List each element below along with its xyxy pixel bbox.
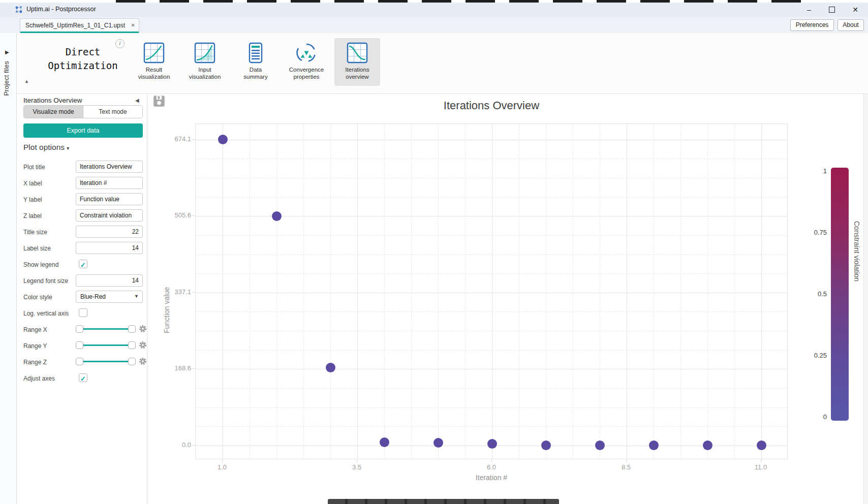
chart-title: Iterations Overview [195, 99, 788, 112]
grid-line-x-minor [384, 124, 385, 459]
option-label: Title size [23, 229, 47, 236]
mode-toggle-text-mode[interactable]: Text mode [83, 106, 142, 118]
preferences-button[interactable]: Preferences [790, 19, 834, 31]
vertical-scrollbar[interactable] [863, 94, 868, 504]
x-tick-mark [761, 459, 761, 462]
sidebar-header: Iterations Overview [23, 97, 82, 104]
result-visualization-icon [131, 42, 177, 65]
grid-line-x-minor [734, 124, 735, 459]
toolbar-button-convergence-properties[interactable]: Convergenceproperties [284, 38, 329, 86]
x-tick-mark [357, 459, 357, 462]
y-label-input[interactable] [76, 193, 143, 205]
select-value: Blue-Red [80, 293, 106, 300]
export-data-button[interactable]: Export data [23, 123, 143, 138]
grid-line-y-major [196, 369, 787, 369]
scatter-point-3[interactable] [326, 363, 335, 372]
option-label: X label [23, 180, 42, 187]
grid-line-x-minor [546, 124, 546, 459]
option-row-log-vertical-axis: Log. vertical axis [17, 307, 147, 321]
option-label: Color style [23, 294, 52, 301]
slider-track [79, 344, 132, 346]
y-tick-label: 337.1 [158, 288, 191, 296]
option-label: Adjust axes [23, 375, 55, 382]
range-z-slider[interactable] [76, 358, 136, 365]
gear-icon[interactable] [139, 357, 147, 365]
sidebar-collapse-icon[interactable]: ◀ [135, 98, 139, 103]
slider-handle-min[interactable] [76, 358, 83, 365]
toolbar-button-label: Inputvisualization [182, 66, 228, 80]
window-title: Uptim.ai - Postprocessor [26, 6, 96, 13]
y-tick-label: 505.6 [158, 211, 191, 219]
taskbar-strip [328, 499, 559, 504]
option-row-y-label: Y label [17, 193, 147, 207]
legend-font-size-input[interactable] [76, 274, 143, 287]
grid-line-y-minor [196, 388, 787, 389]
slider-handle-max[interactable] [128, 358, 136, 365]
mode-toggle-visualize-mode[interactable]: Visualize mode [24, 106, 83, 118]
grid-line-x-minor [250, 124, 250, 459]
grid-line-x-minor [680, 124, 681, 459]
scatter-point-9[interactable] [649, 440, 659, 450]
scatter-point-2[interactable] [272, 211, 282, 221]
y-tick-mark [192, 368, 195, 369]
z-label-input[interactable] [76, 209, 143, 222]
title-size-input[interactable] [76, 226, 143, 238]
show-legend-checkbox[interactable]: ✓ [79, 260, 87, 268]
toolbar-button-label: Datasummary [233, 66, 278, 80]
title-bar: Uptim.ai - Postprocessor – ✕ [0, 3, 868, 17]
color-style-select[interactable]: Blue-Red▼ [76, 291, 143, 303]
close-button[interactable]: ✕ [847, 4, 864, 16]
save-icon[interactable] [153, 95, 165, 107]
project-files-label: Project files [3, 61, 10, 96]
grid-line-x-minor [411, 124, 412, 459]
maximize-button[interactable] [823, 4, 841, 16]
grid-line-x-minor [519, 124, 519, 459]
info-icon[interactable]: i [115, 39, 125, 48]
gear-icon[interactable] [139, 341, 147, 349]
x-tick-label: 3.5 [342, 463, 372, 471]
scatter-point-8[interactable] [595, 440, 605, 450]
scatter-point-6[interactable] [487, 439, 497, 449]
slider-handle-max[interactable] [128, 341, 136, 349]
grid-line-x-major [627, 124, 627, 459]
toolbar-button-iterations-overview[interactable]: Iterationsoverview [334, 38, 380, 86]
x-label-input[interactable] [76, 177, 143, 189]
scatter-point-1[interactable] [218, 135, 228, 144]
scatter-point-4[interactable] [380, 437, 389, 447]
scatter-point-5[interactable] [433, 438, 443, 448]
colorbar-tick-label: 0.75 [800, 229, 827, 236]
x-tick-mark [491, 459, 492, 462]
plot-title-input[interactable] [76, 161, 143, 173]
tab-label: Schwefel5_UptimRes_1_01_C1.upst [25, 22, 125, 29]
range-y-slider[interactable] [76, 341, 136, 349]
label-size-input[interactable] [76, 242, 143, 254]
log-vertical-axis-checkbox[interactable] [79, 308, 87, 317]
project-files-expand-icon[interactable]: ▶ [5, 49, 9, 55]
slider-handle-min[interactable] [76, 325, 83, 333]
gear-icon[interactable] [139, 325, 147, 333]
document-tab[interactable]: Schwefel5_UptimRes_1_01_C1.upst ✕ [20, 18, 139, 33]
chevron-down-icon: ▼ [134, 294, 139, 299]
toolbar-button-input-visualization[interactable]: Inputvisualization [182, 38, 228, 86]
data-summary-icon [233, 42, 278, 65]
toolbar-button-result-visualization[interactable]: Resultvisualization [131, 38, 177, 86]
range-x-slider[interactable] [76, 325, 136, 333]
colorbar-tick-label: 0.5 [800, 290, 827, 298]
slider-handle-max[interactable] [128, 325, 136, 333]
grid-line-x-minor [654, 124, 654, 459]
grid-line-y-minor [196, 159, 787, 159]
minimize-button[interactable]: – [800, 4, 818, 16]
workflow-collapse-icon[interactable]: ▲ [24, 79, 29, 84]
grid-line-x-major [357, 124, 358, 459]
scatter-point-7[interactable] [541, 440, 551, 450]
scatter-point-10[interactable] [703, 440, 712, 450]
plot-area[interactable] [195, 123, 788, 459]
adjust-axes-checkbox[interactable]: ✓ [79, 373, 87, 382]
slider-handle-min[interactable] [76, 341, 83, 349]
scatter-point-11[interactable] [757, 440, 766, 450]
tab-close-icon[interactable]: ✕ [131, 22, 135, 28]
option-label: Range Z [23, 359, 47, 366]
about-button[interactable]: About [838, 19, 864, 31]
plot-options-header[interactable]: Plot options ▾ [23, 143, 69, 152]
toolbar-button-data-summary[interactable]: Datasummary [233, 38, 278, 86]
